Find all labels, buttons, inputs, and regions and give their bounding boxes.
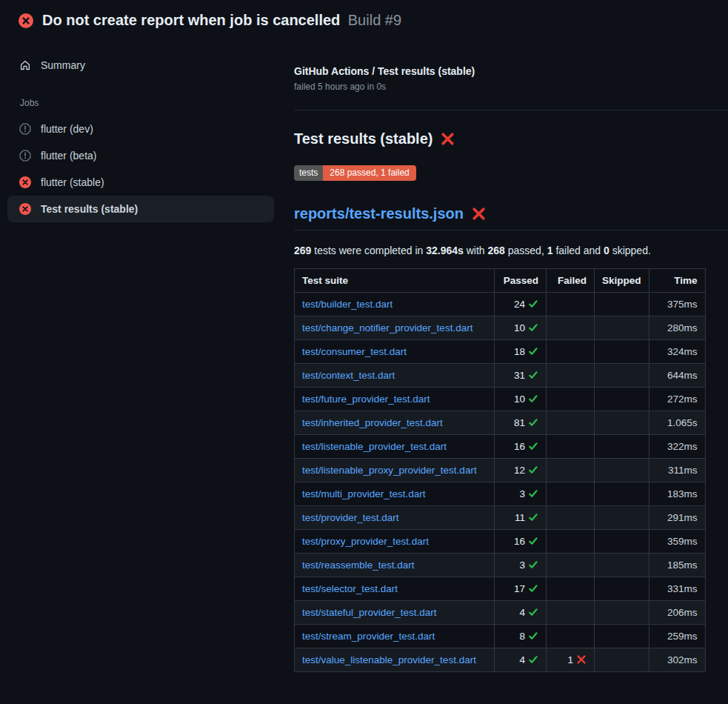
failed-count-cell <box>547 601 595 625</box>
sidebar-item-job[interactable]: flutter (dev) <box>7 116 274 142</box>
failed-count-cell <box>547 459 595 482</box>
passed-count-cell: 8 <box>495 625 547 648</box>
column-header-failed: Failed <box>547 269 595 293</box>
table-row: test/builder_test.dart24375ms <box>295 293 706 316</box>
passed-count-cell: 10 <box>495 388 547 411</box>
sidebar-item-job[interactable]: flutter (beta) <box>7 142 274 169</box>
skipped-count-cell <box>595 364 649 388</box>
skipped-count-cell <box>595 577 649 601</box>
time-cell: 1.065s <box>649 411 705 435</box>
test-suite-link[interactable]: test/value_listenable_provider_test.dart <box>302 654 476 665</box>
report-summary: 269 tests were completed in 32.964s with… <box>294 245 728 256</box>
build-number: Build #9 <box>348 12 401 28</box>
passed-count-cell: 4 <box>495 601 547 625</box>
time-cell: 311ms <box>649 459 705 482</box>
job-label: flutter (dev) <box>41 123 93 135</box>
skipped-count-cell <box>595 411 649 435</box>
job-label: flutter (stable) <box>41 176 104 188</box>
failed-count-cell <box>547 482 595 506</box>
green-check-icon <box>528 393 538 404</box>
table-row: test/proxy_provider_test.dart16359ms <box>295 530 706 554</box>
test-suite-link[interactable]: test/context_test.dart <box>302 370 395 381</box>
job-label: Test results (stable) <box>41 203 138 215</box>
test-suite-link[interactable]: test/stateful_provider_test.dart <box>302 607 437 618</box>
divider <box>294 230 728 230</box>
green-check-icon <box>528 631 538 641</box>
table-row: test/context_test.dart31644ms <box>295 364 706 388</box>
skipped-count-cell <box>595 625 649 648</box>
red-cross-icon <box>440 131 455 147</box>
passed-count-cell: 81 <box>495 411 547 435</box>
badge-label: tests <box>294 165 323 181</box>
time-cell: 322ms <box>649 435 705 459</box>
table-row: test/listenable_proxy_provider_test.dart… <box>295 459 706 482</box>
skipped-count-cell <box>595 601 649 625</box>
test-suite-link[interactable]: test/change_notifier_provider_test.dart <box>302 322 472 333</box>
passed-count-cell: 16 <box>495 435 547 459</box>
green-check-icon <box>528 583 538 594</box>
badge-value: 268 passed, 1 failed <box>323 165 415 181</box>
jobs-list: flutter (dev) flutter (beta) flutter (st… <box>0 116 281 222</box>
breadcrumb: GitHub Actions / Test results (stable) <box>294 65 728 77</box>
test-suite-link[interactable]: test/future_provider_test.dart <box>302 393 430 405</box>
passed-count-cell: 3 <box>495 554 547 577</box>
time-cell: 375ms <box>649 293 705 316</box>
column-header-skipped: Skipped <box>595 269 649 293</box>
failed-count-cell <box>547 293 595 316</box>
green-check-icon <box>528 322 538 333</box>
green-check-icon <box>528 536 538 546</box>
stop-octagon-icon <box>19 123 31 135</box>
time-cell: 644ms <box>649 364 705 388</box>
test-suite-link[interactable]: test/listenable_proxy_provider_test.dart <box>302 465 477 476</box>
table-row: test/provider_test.dart11291ms <box>295 506 706 530</box>
green-check-icon <box>528 465 538 475</box>
x-circle-icon <box>19 13 33 28</box>
test-suite-link[interactable]: test/multi_provider_test.dart <box>302 488 426 499</box>
table-row: test/consumer_test.dart18324ms <box>295 340 706 364</box>
time-cell: 272ms <box>649 388 705 411</box>
test-suite-link[interactable]: test/builder_test.dart <box>302 299 393 310</box>
sidebar-item-job[interactable]: flutter (stable) <box>7 169 274 196</box>
passed-count-cell: 4 <box>495 648 547 672</box>
time-cell: 259ms <box>649 625 705 648</box>
divider <box>294 110 728 110</box>
sidebar-item-summary[interactable]: Summary <box>7 52 274 79</box>
green-check-icon <box>528 346 538 356</box>
test-suite-link[interactable]: test/inherited_provider_test.dart <box>302 417 443 428</box>
green-check-icon <box>528 654 538 665</box>
skipped-count-cell <box>595 648 649 672</box>
table-row: test/change_notifier_provider_test.dart1… <box>295 316 706 340</box>
table-row: test/stream_provider_test.dart8259ms <box>295 625 706 648</box>
red-cross-icon <box>471 206 487 222</box>
passed-count-cell: 3 <box>495 482 547 506</box>
test-suite-link[interactable]: test/reassemble_test.dart <box>302 559 415 571</box>
table-row: test/reassemble_test.dart3185ms <box>295 554 706 577</box>
test-suite-link[interactable]: test/stream_provider_test.dart <box>302 631 435 642</box>
failed-count-cell <box>547 554 595 577</box>
page-header: Do not create report when job is cancell… <box>0 0 728 38</box>
tests-badge[interactable]: tests 268 passed, 1 failed <box>294 165 416 181</box>
skipped-count-cell <box>595 340 649 364</box>
test-suite-link[interactable]: test/listenable_provider_test.dart <box>302 441 447 452</box>
test-suite-link[interactable]: test/proxy_provider_test.dart <box>302 536 429 547</box>
skipped-count-cell <box>595 530 649 554</box>
sidebar-item-job[interactable]: Test results (stable) <box>7 196 274 222</box>
report-file-link[interactable]: reports/test-results.json <box>294 205 464 222</box>
test-suite-link[interactable]: test/provider_test.dart <box>302 512 399 523</box>
skipped-count-cell <box>595 435 649 459</box>
skipped-count-cell <box>595 506 649 530</box>
skipped-count-cell <box>595 388 649 411</box>
green-check-icon <box>528 299 538 309</box>
skipped-count-cell <box>595 482 649 506</box>
report-file-title: reports/test-results.json <box>294 205 728 222</box>
table-row: test/value_listenable_provider_test.dart… <box>295 648 706 672</box>
test-suite-link[interactable]: test/consumer_test.dart <box>302 346 407 357</box>
test-suite-link[interactable]: test/selector_test.dart <box>302 583 398 594</box>
table-row: test/multi_provider_test.dart3183ms <box>295 482 706 506</box>
table-row: test/future_provider_test.dart10272ms <box>295 388 706 411</box>
column-header-test-suite: Test suite <box>295 269 495 293</box>
green-check-icon <box>528 488 538 499</box>
green-check-icon <box>528 512 538 522</box>
time-cell: 359ms <box>649 530 705 554</box>
failed-count-cell <box>547 364 595 388</box>
